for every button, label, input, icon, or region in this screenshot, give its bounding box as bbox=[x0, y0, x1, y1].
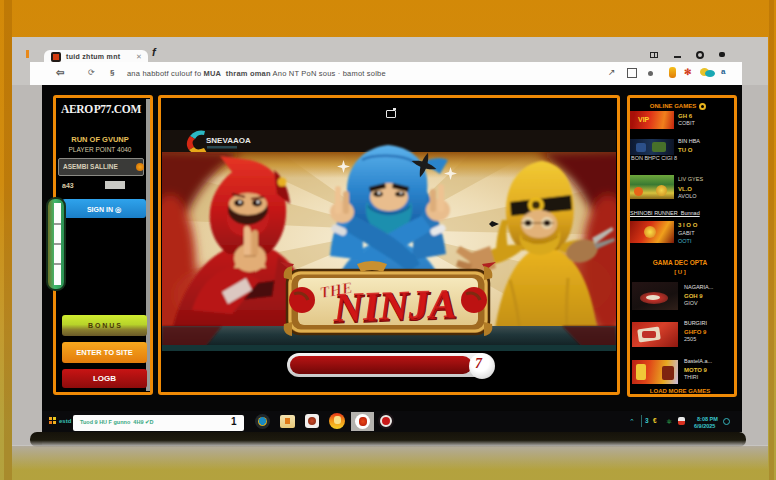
svg-text:SNEVAAOA: SNEVAAOA bbox=[206, 136, 251, 145]
svg-text:NINJA: NINJA bbox=[331, 280, 457, 330]
